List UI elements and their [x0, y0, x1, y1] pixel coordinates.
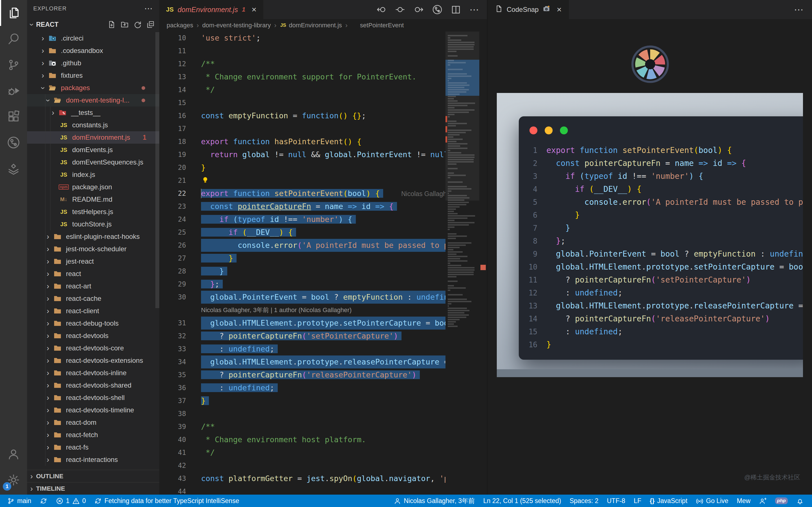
status-item-go-live[interactable]: Go Live — [692, 495, 732, 507]
tree-section-react[interactable]: › REACT — [27, 17, 159, 32]
tree-item-jest-mock-scheduler[interactable]: ›jest-mock-scheduler — [27, 243, 159, 255]
status-item-problems[interactable]: 10 — [52, 495, 90, 507]
tree-item--codesandbox[interactable]: ›.codesandbox — [27, 45, 159, 57]
tree-item-react-cache[interactable]: ›react-cache — [27, 292, 159, 305]
status-item-blame[interactable]: Nicolas Gallagher, 3年前 — [389, 495, 479, 507]
next-change-icon[interactable] — [414, 4, 424, 15]
circle-dot-icon[interactable] — [395, 4, 405, 15]
tree-item-react-devtools-extensions[interactable]: ›react-devtools-extensions — [27, 354, 159, 367]
tree-item-react-devtools-core[interactable]: ›react-devtools-core — [27, 342, 159, 354]
tree-item-react-client[interactable]: ›react-client — [27, 305, 159, 317]
activity-item-search[interactable] — [0, 26, 27, 52]
more-actions-icon[interactable]: ⋯ — [469, 8, 479, 11]
tree-item-testhelpers-js[interactable]: JStestHelpers.js — [27, 206, 159, 218]
status-item-notifications[interactable] — [792, 495, 808, 507]
tree-item-react[interactable]: ›react — [27, 268, 159, 280]
tree-item-index-js[interactable]: JSindex.js — [27, 168, 159, 181]
sidebar-panel-outline[interactable]: › OUTLINE — [27, 470, 159, 483]
status-item-mew[interactable]: Mew — [732, 495, 755, 507]
tree-item-react-devtools-timeline[interactable]: ›react-devtools-timeline — [27, 404, 159, 416]
status-item-feedback[interactable] — [755, 495, 771, 507]
line-number: 39 — [159, 420, 186, 433]
activity-item-explorer[interactable] — [0, 0, 27, 26]
breadcrumb-item[interactable]: dom-event-testing-library — [202, 22, 271, 29]
code-editor[interactable]: 10'use strict';1112/**13 * Change enviro… — [159, 32, 446, 495]
line-number: 13 — [519, 299, 538, 313]
new-file-icon[interactable] — [107, 20, 116, 29]
tree-item-packages[interactable]: ›packages — [27, 82, 159, 94]
prev-change-icon[interactable] — [376, 4, 387, 15]
code-line-26: 26 console.error('A pointerId must be pa… — [159, 239, 446, 252]
overview-ruler[interactable] — [479, 32, 487, 482]
tree-item-react-debug-tools[interactable]: ›react-debug-tools — [27, 317, 159, 330]
close-icon[interactable]: × — [252, 5, 257, 14]
breadcrumb: packages›dom-event-testing-library›JSdom… — [159, 19, 487, 32]
line-number: 19 — [159, 148, 186, 161]
status-item-php-badge[interactable]: php — [771, 495, 792, 507]
breadcrumb-item[interactable]: setPointerEvent — [351, 22, 404, 29]
code-line-5: 5 console.error('A pointerId must be pas… — [519, 196, 803, 209]
activity-item-accounts[interactable] — [0, 441, 27, 467]
tree-item--tests-[interactable]: ›__tests__ — [27, 107, 159, 119]
status-item-language[interactable]: {}JavaScript — [646, 495, 692, 507]
status-item-cursor-position[interactable]: Ln 22, Col 1 (525 selected) — [479, 495, 565, 507]
tree-item-domeventsequences-js[interactable]: JSdomEventSequences.js — [27, 156, 159, 168]
new-folder-icon[interactable] — [120, 20, 129, 29]
status-item-typescript-intellisense[interactable]: Fetching data for better TypeScript Inte… — [90, 495, 243, 507]
tree-item-react-fetch[interactable]: ›react-fetch — [27, 429, 159, 441]
more-actions-icon[interactable]: ⋯ — [794, 8, 812, 11]
split-icon[interactable] — [451, 4, 461, 15]
line-number: 28 — [159, 265, 186, 278]
activity-item-versions[interactable] — [0, 156, 27, 181]
tree-item-react-devtools-shell[interactable]: ›react-devtools-shell — [27, 392, 159, 404]
status-item-git-branch[interactable]: main — [3, 495, 36, 507]
breadcrumb-item[interactable]: packages — [167, 22, 193, 29]
tree-item-react-dom[interactable]: ›react-dom — [27, 416, 159, 429]
tree-item-react-interactions[interactable]: ›react-interactions — [27, 453, 159, 466]
tab-domenvironment[interactable]: JS domEnvironment.js 1 × — [159, 0, 263, 19]
tree-item-domenvironment-js[interactable]: JSdomEnvironment.js1 — [27, 131, 159, 144]
sidebar-more-icon[interactable]: ⋯ — [144, 6, 153, 11]
status-item-encoding[interactable]: UTF-8 — [603, 495, 629, 507]
tree-item-package-json[interactable]: npmpackage.json — [27, 181, 159, 193]
lightbulb-icon[interactable] — [201, 175, 209, 187]
sidebar-panel-timeline[interactable]: › TIMELINE — [27, 482, 159, 495]
snapshot-preview[interactable]: 1export function setPointerEvent(bool) {… — [497, 93, 803, 377]
tree-item-touchstore-js[interactable]: JStouchStore.js — [27, 218, 159, 230]
tree-item-readme-md[interactable]: M↓README.md — [27, 193, 159, 206]
tree-item-react-devtools[interactable]: ›react-devtools — [27, 330, 159, 342]
gitlens-icon[interactable] — [432, 4, 442, 15]
refresh-icon[interactable] — [133, 20, 142, 29]
tree-item-dom-event-testing-l-[interactable]: ›dom-event-testing-l... — [27, 94, 159, 107]
tree-item-eslint-plugin-react-hooks[interactable]: ›eslint-plugin-react-hooks — [27, 230, 159, 243]
minimap[interactable] — [446, 32, 479, 355]
tree-item--circleci[interactable]: ›.circleci — [27, 32, 159, 45]
activity-item-settings[interactable]: 1 — [0, 467, 27, 493]
tree-item-react-devtools-inline[interactable]: ›react-devtools-inline — [27, 367, 159, 379]
tree-item-fixtures[interactable]: ›fixtures — [27, 69, 159, 82]
warning-icon — [72, 497, 80, 505]
tab-codesnap[interactable]: CodeSnap × — [488, 0, 569, 19]
status-item-indentation[interactable]: Spaces: 2 — [565, 495, 603, 507]
tree-item--github[interactable]: ›.github — [27, 57, 159, 69]
status-item-sync[interactable] — [36, 495, 52, 507]
collapse-all-icon[interactable] — [146, 20, 155, 29]
file-type-folder-icon — [48, 47, 57, 55]
tree-item-react-art[interactable]: ›react-art — [27, 280, 159, 292]
close-icon[interactable]: × — [557, 5, 562, 14]
tree-item-domevents-js[interactable]: JSdomEvents.js — [27, 144, 159, 156]
activity-item-run-debug[interactable] — [0, 78, 27, 104]
activity-item-extensions[interactable] — [0, 104, 27, 129]
status-text: JavaScript — [657, 497, 688, 505]
status-item-eol[interactable]: LF — [629, 495, 646, 507]
sidebar-scrollbar[interactable] — [155, 32, 159, 308]
activity-item-gitlens[interactable] — [0, 129, 27, 156]
code-line-40: 40 * Change environment host platform. — [159, 433, 446, 446]
breadcrumb-item[interactable]: JSdomEnvironment.js — [280, 22, 342, 29]
tree-item-react-fs[interactable]: ›react-fs — [27, 441, 159, 453]
activity-item-source-control[interactable] — [0, 52, 27, 78]
tree-item-label: index.js — [72, 171, 95, 179]
tree-item-jest-react[interactable]: ›jest-react — [27, 255, 159, 268]
tree-item-react-devtools-shared[interactable]: ›react-devtools-shared — [27, 379, 159, 392]
tree-item-constants-js[interactable]: JSconstants.js — [27, 119, 159, 131]
